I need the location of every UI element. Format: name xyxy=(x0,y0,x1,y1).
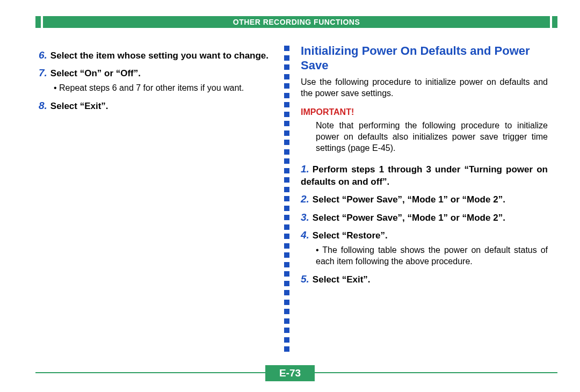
step-number: 8. xyxy=(39,100,50,111)
header-ear-right xyxy=(552,16,557,28)
step-text: Select “Exit”. xyxy=(313,274,371,285)
step-text: Select “Power Save”, “Mode 1” or “Mode 2… xyxy=(313,213,505,223)
step-7: 7.Select “On” or “Off”. xyxy=(39,66,275,79)
section-title: Initializing Power On Defaults and Power… xyxy=(301,44,548,73)
section-intro: Use the following procedure to initializ… xyxy=(301,76,548,99)
manual-page: OTHER RECORDING FUNCTIONS 6.Select the i… xyxy=(0,0,580,392)
step-number: 2. xyxy=(301,193,313,205)
step-text: Select “Restore”. xyxy=(313,230,388,241)
step-2: 2.Select “Power Save”, “Mode 1” or “Mode… xyxy=(301,192,548,206)
important-label: IMPORTANT! xyxy=(301,106,548,118)
step-1: 1.Perform steps 1 through 3 under “Turni… xyxy=(301,162,548,188)
right-column: Initializing Power On Defaults and Power… xyxy=(301,44,548,288)
header-title: OTHER RECORDING FUNCTIONS xyxy=(43,16,550,28)
step-7-sub: Repeat steps 6 and 7 for other items if … xyxy=(54,82,275,93)
step-text: Select “On” or “Off”. xyxy=(50,68,141,78)
header-band: OTHER RECORDING FUNCTIONS xyxy=(35,16,557,28)
center-divider xyxy=(284,46,291,352)
step-8: 8.Select “Exit”. xyxy=(39,99,275,112)
step-4: 4.Select “Restore”. xyxy=(301,228,548,242)
page-number: E-73 xyxy=(265,365,315,381)
step-number: 5. xyxy=(301,273,313,285)
step-number: 4. xyxy=(301,229,313,241)
step-number: 1. xyxy=(301,163,313,175)
step-6: 6.Select the item whose setting you want… xyxy=(39,48,275,62)
step-text: Perform steps 1 through 3 under “Turning… xyxy=(301,164,548,186)
header-ear-left xyxy=(35,16,41,28)
step-5: 5.Select “Exit”. xyxy=(301,272,548,286)
step-4-sub: The following table shows the power on d… xyxy=(316,244,548,267)
step-number: 7. xyxy=(39,67,50,78)
step-text: Select “Exit”. xyxy=(50,101,108,111)
step-number: 6. xyxy=(39,49,50,61)
step-text: Select the item whose setting you want t… xyxy=(50,50,269,61)
step-text: Select “Power Save”, “Mode 1” or “Mode 2… xyxy=(313,194,505,205)
left-column: 6.Select the item whose setting you want… xyxy=(39,44,275,114)
step-3: 3.Select “Power Save”, “Mode 1” or “Mode… xyxy=(301,210,548,224)
important-body: Note that performing the following proce… xyxy=(316,120,548,154)
step-number: 3. xyxy=(301,212,313,223)
